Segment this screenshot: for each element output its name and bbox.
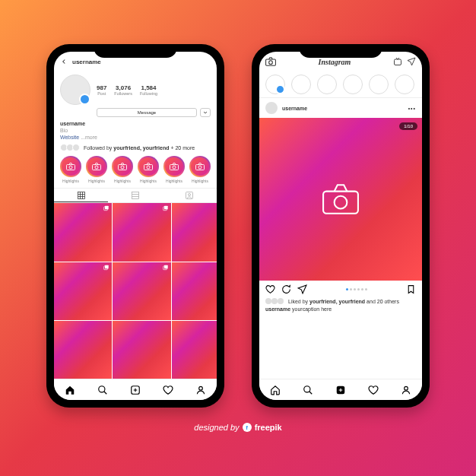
svg-point-30 [198, 386, 202, 390]
svg-rect-33 [394, 59, 401, 65]
profile-stats: 987 Post 3,076 Followers 1,584 Following [97, 84, 157, 96]
svg-point-3 [95, 166, 98, 169]
post-header: username ••• [259, 98, 422, 118]
story-item[interactable] [369, 75, 389, 94]
grid-post[interactable] [172, 262, 217, 320]
svg-point-7 [147, 166, 150, 169]
svg-rect-34 [323, 192, 358, 214]
nav-home-icon[interactable] [65, 385, 75, 395]
svg-point-11 [198, 166, 202, 169]
svg-rect-14 [186, 192, 193, 199]
grid-post[interactable] [54, 321, 112, 379]
freepik-logo-icon: f [243, 423, 252, 432]
highlight-item[interactable]: Highlights [60, 156, 81, 183]
svg-point-35 [335, 196, 347, 209]
igtv-icon[interactable] [393, 57, 402, 66]
svg-rect-12 [78, 192, 84, 198]
back-icon[interactable] [60, 58, 68, 65]
mutual-followers[interactable]: Followed by yourfriend, yourfriend + 20 … [54, 144, 217, 156]
nav-add-icon[interactable] [130, 385, 141, 395]
nav-profile-icon[interactable] [195, 385, 206, 395]
svg-rect-16 [105, 206, 109, 210]
comment-icon[interactable] [281, 284, 291, 294]
posts-grid [54, 203, 217, 379]
multi-post-icon [103, 265, 109, 271]
story-item[interactable] [291, 75, 311, 94]
stat-following[interactable]: 1,584 Following [140, 84, 157, 96]
tab-feed[interactable] [108, 189, 162, 202]
app-logo: Instagram [319, 58, 351, 66]
grid-post[interactable] [113, 262, 170, 320]
highlight-item[interactable]: Highlights [112, 156, 133, 183]
share-icon[interactable] [297, 284, 307, 294]
story-item[interactable] [317, 75, 337, 94]
carousel-dots [313, 288, 400, 290]
post-options-icon[interactable]: ••• [408, 106, 416, 111]
attribution: designed by f freepik [194, 423, 281, 432]
highlight-item[interactable]: Highlights [163, 156, 185, 183]
nav-heart-icon[interactable] [163, 385, 173, 395]
story-item[interactable] [395, 75, 414, 94]
nav-home-icon[interactable] [270, 385, 281, 395]
stories-tray [259, 71, 422, 98]
post-caption: username yourcaption here [259, 306, 422, 316]
highlights-tray: Highlights Highlights Highlights Highlig… [54, 156, 217, 188]
grid-post[interactable] [54, 262, 112, 320]
nav-heart-icon[interactable] [368, 385, 379, 395]
phone-feed: Instagram username ••• 1/10 Liked by you… [252, 44, 430, 408]
bookmark-icon[interactable] [406, 284, 416, 294]
post-avatar[interactable] [265, 102, 278, 114]
grid-post[interactable] [172, 321, 217, 379]
tab-tagged[interactable] [163, 189, 217, 202]
post-image[interactable]: 1/10 [259, 118, 422, 281]
stat-followers[interactable]: 3,076 Followers [114, 84, 132, 96]
story-own[interactable] [265, 75, 285, 94]
camera-icon[interactable] [265, 57, 276, 66]
phone-profile: username 987 Post 3,076 Followers 1,584 … [46, 44, 224, 408]
camera-icon [322, 183, 360, 215]
nav-add-icon[interactable] [335, 385, 346, 395]
svg-point-5 [121, 166, 124, 169]
bottom-nav [54, 379, 217, 400]
stat-posts[interactable]: 987 Post [97, 84, 106, 96]
story-item[interactable] [343, 75, 363, 94]
like-icon[interactable] [265, 284, 275, 294]
svg-rect-18 [164, 206, 168, 210]
grid-post[interactable] [113, 203, 170, 261]
message-button[interactable]: Message [97, 108, 197, 117]
bottom-nav [259, 379, 422, 400]
profile-avatar[interactable] [60, 75, 90, 105]
multi-post-icon [103, 205, 109, 211]
svg-point-9 [173, 166, 176, 169]
highlight-item[interactable]: Highlights [138, 156, 159, 183]
grid-post[interactable] [54, 203, 112, 261]
grid-post[interactable] [113, 321, 170, 379]
nav-profile-icon[interactable] [401, 385, 411, 395]
multi-post-icon [163, 265, 169, 271]
svg-point-36 [304, 386, 310, 392]
suggest-button[interactable] [200, 108, 211, 117]
liked-by[interactable]: Liked by yourfriend, yourfriend and 20 o… [259, 298, 422, 306]
grid-post[interactable] [172, 203, 217, 261]
dm-icon[interactable] [407, 57, 416, 66]
post-actions [259, 281, 422, 298]
highlight-item[interactable]: Highlights [189, 156, 211, 183]
tab-grid[interactable] [54, 189, 108, 202]
profile-username: username [72, 59, 101, 65]
profile-bio: username Bio Website ...more [54, 120, 217, 144]
carousel-counter: 1/10 [399, 122, 417, 130]
svg-rect-22 [105, 265, 109, 268]
nav-search-icon[interactable] [97, 385, 108, 395]
multi-post-icon [163, 205, 169, 211]
post-username[interactable]: username [282, 106, 307, 111]
highlight-item[interactable]: Highlights [86, 156, 107, 183]
profile-tabs [54, 188, 217, 203]
svg-rect-24 [164, 265, 168, 268]
svg-point-38 [404, 386, 408, 390]
svg-rect-13 [132, 192, 138, 199]
svg-point-28 [99, 386, 105, 392]
svg-point-32 [269, 61, 273, 65]
nav-search-icon[interactable] [303, 385, 313, 395]
svg-point-15 [189, 194, 191, 196]
svg-point-1 [69, 166, 72, 169]
